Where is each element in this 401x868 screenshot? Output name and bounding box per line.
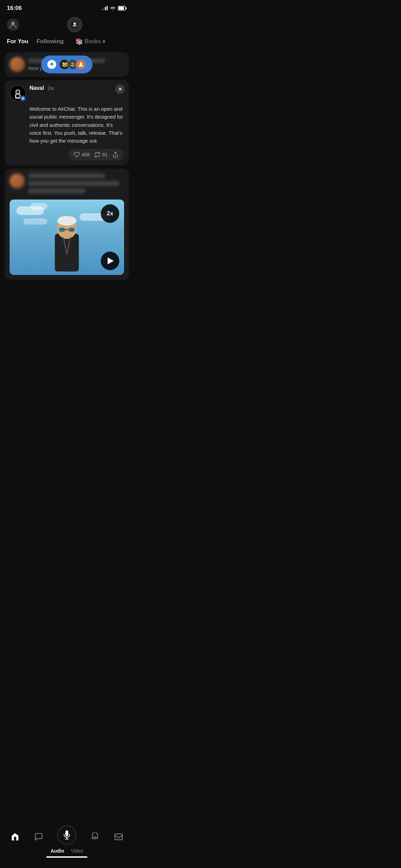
app-logo <box>67 17 82 32</box>
header <box>0 14 134 34</box>
wifi-icon <box>110 6 116 11</box>
svg-rect-5 <box>73 25 77 26</box>
tab-books[interactable]: 📚 Books ▾ <box>72 36 106 47</box>
repost-button[interactable]: 81 <box>94 152 108 158</box>
like-count: 488 <box>82 152 89 157</box>
blurred-line-1 <box>28 173 105 178</box>
share-button[interactable] <box>112 152 119 158</box>
blurred-line-3 <box>28 189 86 193</box>
close-button[interactable]: ✕ <box>115 84 125 94</box>
blurred-content <box>28 173 124 196</box>
chevron-down-icon: ▾ <box>102 38 106 45</box>
tab-following[interactable]: Following <box>37 37 67 46</box>
status-icons <box>101 6 127 11</box>
svg-rect-16 <box>59 228 65 232</box>
second-post-card: 2x <box>5 169 129 280</box>
svg-point-11 <box>16 91 19 93</box>
broadcast-button[interactable]: 🐱 😎 <box>41 56 93 73</box>
follower-avatar-3 <box>75 59 86 70</box>
svg-point-6 <box>73 22 76 25</box>
tab-for-you[interactable]: For You <box>7 37 32 46</box>
video-thumbnail: 2x <box>10 200 124 275</box>
svg-rect-17 <box>69 228 75 232</box>
author-avatar: + <box>10 85 26 101</box>
post-header: + Naval 2w <box>10 85 124 101</box>
status-time: 16:06 <box>7 5 22 12</box>
post-actions: 488 81 <box>68 149 124 160</box>
author-name: Naval <box>29 85 44 91</box>
books-label: Books <box>85 38 101 45</box>
battery-icon <box>118 6 127 11</box>
header-center <box>23 17 127 32</box>
nav-tabs: For You Following 📚 Books ▾ <box>0 34 134 50</box>
broadcast-avatars: 🐱 😎 <box>59 59 86 70</box>
status-bar: 16:06 <box>0 0 134 14</box>
person-figure <box>45 206 89 275</box>
svg-rect-2 <box>126 8 127 9</box>
speed-badge[interactable]: 2x <box>101 204 119 223</box>
svg-rect-10 <box>16 95 20 97</box>
upload-icon <box>47 60 56 69</box>
post-content: Welcome to AirChat. This is an open and … <box>29 105 124 145</box>
naval-post-card: ✕ + Naval 2w Welcome to AirChat. This is… <box>5 80 129 165</box>
svg-point-7 <box>80 62 82 65</box>
post-meta: Naval 2w <box>29 85 124 91</box>
profile-avatar[interactable] <box>7 19 19 31</box>
close-icon: ✕ <box>118 87 122 92</box>
follow-plus-badge[interactable]: + <box>20 95 26 101</box>
svg-rect-1 <box>119 7 124 10</box>
new-post-card[interactable]: New post to followers... 🐱 😎 <box>5 52 129 77</box>
blurred-post-header <box>10 173 124 196</box>
post-time: 2w <box>48 85 54 91</box>
svg-point-3 <box>11 22 15 25</box>
blurred-avatar <box>10 173 25 189</box>
play-icon <box>108 257 114 264</box>
repost-count: 81 <box>102 152 108 157</box>
play-button[interactable] <box>101 252 119 270</box>
svg-point-15 <box>57 216 76 226</box>
cloud-4 <box>23 218 47 225</box>
like-button[interactable]: 488 <box>74 152 89 158</box>
blurred-line-2 <box>28 181 119 186</box>
books-icon: 📚 <box>75 38 83 45</box>
signal-icon <box>101 6 108 10</box>
user-avatar-blur <box>10 57 25 72</box>
nav-spacer <box>0 283 134 324</box>
